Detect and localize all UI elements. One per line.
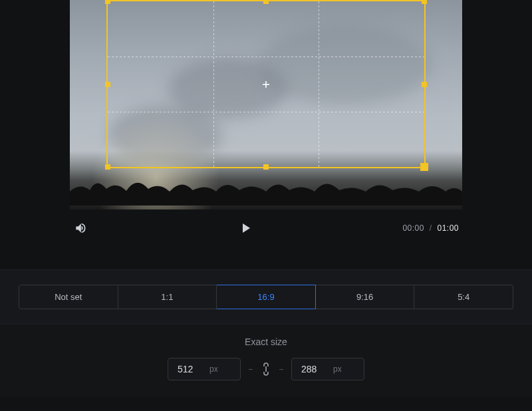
video-foreground xyxy=(70,169,462,206)
exact-size-row: px px xyxy=(168,358,364,380)
aspect-ratio-option[interactable]: 9:16 xyxy=(316,285,415,309)
lock-aspect-icon[interactable] xyxy=(261,362,271,376)
crop-handle-bottom-right[interactable] xyxy=(420,163,428,171)
height-input[interactable] xyxy=(301,364,333,374)
time-display: 00:00 / 01:00 xyxy=(402,223,459,233)
width-input[interactable] xyxy=(178,364,209,374)
play-button[interactable] xyxy=(237,220,253,236)
time-separator: / xyxy=(430,223,432,233)
crop-rectangle[interactable] xyxy=(106,0,426,168)
aspect-ratio-group: Not set1:116:99:165:4 xyxy=(19,285,513,309)
crop-handle-bottom-left[interactable] xyxy=(105,164,110,170)
crop-handle-top-right[interactable] xyxy=(422,0,427,4)
aspect-ratio-option[interactable]: 1:1 xyxy=(118,285,217,309)
exact-size-section: Exact size px px xyxy=(0,325,532,398)
video-preview-area xyxy=(0,0,532,209)
volume-icon[interactable] xyxy=(73,221,88,235)
playback-bar: 00:00 / 01:00 xyxy=(0,209,532,246)
crop-handle-right[interactable] xyxy=(422,82,427,87)
width-field[interactable]: px xyxy=(168,358,241,380)
width-unit: px xyxy=(209,364,218,374)
crop-handle-top-left[interactable] xyxy=(105,0,110,4)
current-time: 00:00 xyxy=(402,223,424,233)
crop-handle-bottom[interactable] xyxy=(263,164,269,170)
aspect-ratio-option[interactable]: 16:9 xyxy=(217,285,316,309)
video-frame[interactable] xyxy=(70,0,462,209)
height-field[interactable]: px xyxy=(291,358,364,380)
aspect-ratio-option[interactable]: 5:4 xyxy=(414,285,513,309)
aspect-ratio-section: Not set1:116:99:165:4 xyxy=(0,269,532,325)
play-icon xyxy=(237,220,253,236)
crop-handle-top[interactable] xyxy=(263,0,269,4)
crop-center-marker xyxy=(263,81,269,88)
exact-size-label: Exact size xyxy=(245,337,287,347)
height-unit: px xyxy=(333,364,342,374)
total-time: 01:00 xyxy=(437,223,459,233)
aspect-ratio-option[interactable]: Not set xyxy=(19,285,118,309)
crop-handle-left[interactable] xyxy=(105,82,110,87)
